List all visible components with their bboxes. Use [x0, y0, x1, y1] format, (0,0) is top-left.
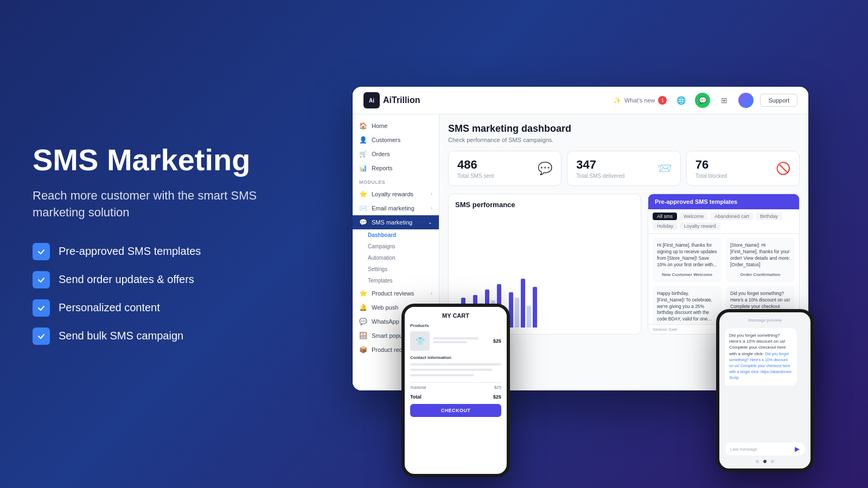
sms-delivered-icon: 📨 [657, 162, 672, 176]
msg-input-placeholder: Last message [730, 447, 757, 452]
cart-phone: MY CART Products 👕 $25 Contact informati… [401, 304, 510, 477]
popups-icon: 🪟 [359, 332, 367, 339]
feature-text-1: Pre-approved SMS templates [59, 245, 201, 258]
msg-input-area[interactable]: Last message ▶ [725, 442, 805, 455]
feature-item-4: Send bulk SMS campaign [33, 328, 271, 345]
template-item-3[interactable]: Happy birthday, [First_Name]! To celebra… [653, 286, 722, 324]
logo-text: AiTrillion [383, 95, 420, 105]
msg-screen-content: Message preview Did you forget something… [719, 312, 810, 468]
feature-item-3: Personalized content [33, 299, 271, 317]
performance-title: SMS performance [455, 201, 634, 209]
reviews-chevron: › [431, 291, 432, 296]
feature-text-2: Send order updates & offers [59, 273, 194, 286]
cart-contact-label: Contact information [410, 355, 501, 360]
check-icon-1 [33, 243, 50, 260]
message-screen: Message preview Did you forget something… [719, 312, 810, 468]
main-title: SMS Marketing [33, 143, 271, 177]
sidebar-item-reviews[interactable]: ⭐ Product reviews › [353, 286, 439, 300]
whatsapp-icon: 💬 [359, 318, 367, 325]
msg-dot-3 [771, 460, 774, 463]
cart-subtotal-row: Subtotal $25 [410, 382, 501, 392]
notification-badge: 1 [658, 96, 667, 105]
cart-product-image: 👕 [410, 331, 430, 351]
left-section: SMS Marketing Reach more customer with t… [0, 100, 304, 388]
sidebar-sub-campaigns[interactable]: Campaigns [353, 241, 439, 252]
page-subtitle: Check performance of SMS campaigns. [448, 137, 800, 143]
reports-icon: 📊 [359, 164, 367, 172]
sms-icon: 💬 [359, 219, 367, 226]
stat-card-delivered: 347 Total SMS delivered 📨 [567, 151, 680, 186]
recommend-icon: 📦 [359, 346, 367, 354]
sms-status-icon[interactable]: 💬 [695, 93, 710, 108]
cart-contact-lines [410, 363, 501, 378]
season-sale-label: Season Sale [653, 327, 677, 332]
template-item-1[interactable]: Hi [First_Name], thanks for signing up t… [653, 238, 722, 282]
sidebar-item-orders[interactable]: 🛒 Orders [353, 147, 439, 161]
check-icon-3 [33, 299, 50, 317]
stat-sent-number: 486 [457, 158, 494, 172]
sidebar-item-reports[interactable]: 📊 Reports [353, 161, 439, 175]
webpush-icon: 🔔 [359, 304, 367, 311]
msg-preview-title: Message preview [725, 318, 805, 323]
msg-send-icon[interactable]: ▶ [795, 445, 800, 453]
email-chevron: › [431, 206, 432, 211]
msg-dot-2 [763, 460, 767, 463]
topbar-right: ✨ What's new 1 🌐 💬 ⊞ Support [614, 93, 797, 108]
sms-sent-icon: 💬 [538, 162, 552, 176]
stat-blocked-label: Total blocked [695, 173, 727, 179]
stats-row: 486 Total SMS sent 💬 347 Total SMS deliv… [448, 151, 800, 186]
whats-new-button[interactable]: ✨ What's new 1 [614, 96, 667, 105]
modules-label: MODULES [353, 175, 439, 187]
feature-text-4: Send bulk SMS campaign [59, 330, 183, 342]
sidebar-item-email[interactable]: ✉️ Email marketing › [353, 201, 439, 215]
sms-blocked-icon: 🚫 [776, 162, 790, 176]
cart-total-row: Total $25 [410, 392, 501, 402]
sidebar-sub-settings[interactable]: Settings [353, 264, 439, 275]
sidebar-item-home[interactable]: 🏠 Home [353, 119, 439, 133]
page-title: SMS marketing dashboard [448, 123, 800, 134]
user-avatar[interactable] [738, 93, 754, 108]
tab-welcome[interactable]: Welcome [679, 213, 708, 220]
template-item-2[interactable]: [Store_Name]: Hi [First_Name], thanks fo… [726, 238, 795, 282]
sms-chevron: ⌄ [428, 220, 432, 225]
tab-abandoned-cart[interactable]: Abandoned cart [710, 213, 754, 220]
right-section: Ai AiTrillion ✨ What's new 1 🌐 💬 ⊞ Suppo… [304, 65, 868, 423]
tab-birthday[interactable]: Birthday [756, 213, 782, 220]
message-phone: Message preview Did you forget something… [716, 309, 814, 472]
support-button[interactable]: Support [760, 94, 797, 107]
templates-header: Pre-approved SMS templates [648, 194, 799, 209]
cart-product-lines [433, 337, 490, 345]
stat-blocked-number: 76 [695, 158, 727, 172]
grid-icon[interactable]: ⊞ [717, 93, 732, 108]
cart-products-label: Products [410, 323, 501, 328]
sidebar-item-loyalty[interactable]: ⭐ Loyalty rewards › [353, 187, 439, 201]
loyalty-icon: ⭐ [359, 190, 367, 198]
msg-dot-1 [756, 460, 759, 463]
template-tabs: All sms Welcome Abandoned cart Birthday … [648, 209, 799, 234]
sidebar-sub-automation[interactable]: Automation [353, 252, 439, 264]
sidebar-sub-dashboard[interactable]: Dashboard [353, 229, 439, 241]
feature-list: Pre-approved SMS templates Send order up… [33, 243, 271, 345]
logo: Ai AiTrillion [363, 92, 420, 108]
reviews-icon: ⭐ [359, 290, 367, 297]
stat-card-blocked: 76 Total blocked 🚫 [686, 151, 800, 186]
msg-navigation-dots [725, 460, 805, 463]
logo-icon: Ai [363, 92, 380, 108]
orders-icon: 🛒 [359, 150, 367, 158]
cart-screen: MY CART Products 👕 $25 Contact informati… [405, 307, 507, 474]
translate-icon[interactable]: 🌐 [673, 93, 688, 108]
email-icon: ✉️ [359, 204, 367, 212]
tab-all-sms[interactable]: All sms [653, 213, 677, 220]
sidebar-item-sms[interactable]: 💬 SMS marketing ⌄ [353, 215, 439, 229]
customers-icon: 👤 [359, 136, 367, 144]
stat-delivered-number: 347 [576, 158, 624, 172]
feature-item-1: Pre-approved SMS templates [33, 243, 271, 260]
cart-price: $25 [493, 338, 501, 344]
feature-item-2: Send order updates & offers [33, 271, 271, 288]
tab-loyalty[interactable]: Loyalty reward [680, 222, 720, 230]
checkout-button[interactable]: CHECKOUT [410, 404, 501, 417]
sidebar-item-customers[interactable]: 👤 Customers [353, 133, 439, 147]
sidebar-sub-templates[interactable]: Templates [353, 275, 439, 286]
tab-holiday[interactable]: Holiday [653, 222, 678, 230]
subtitle: Reach more customer with the smart SMS m… [33, 188, 271, 221]
